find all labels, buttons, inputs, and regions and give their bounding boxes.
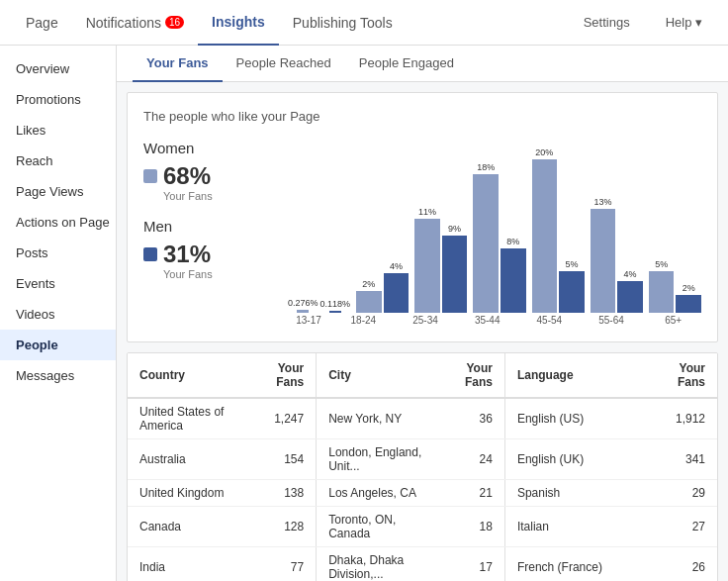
table-row: Australia 154 London, England, Unit... 2… [128,439,717,480]
chart-legend: Women 68% Your Fans Men 31% Your [143,140,272,280]
col-city-fans: Your Fans [446,353,505,398]
tab-people-engaged[interactable]: People Engaged [345,46,468,82]
age-group-18-24: 2%4% [356,261,409,313]
sidebar-item-events[interactable]: Events [0,268,116,299]
chart-subtitle: The people who like your Page [143,109,701,124]
women-bar-18-24 [356,291,382,313]
notification-badge: 16 [165,16,184,29]
main-layout: Overview Promotions Likes Reach Page Vie… [0,46,728,581]
men-bar-label-35-44: 8% [506,237,519,246]
nav-item-notifications[interactable]: Notifications 16 [72,0,198,46]
sidebar-item-likes[interactable]: Likes [0,115,116,145]
women-bar-55-64 [591,209,616,313]
sidebar-item-people[interactable]: People [0,330,116,360]
country-fans: 138 [257,480,317,507]
col-language: Language [504,353,646,398]
age-label-55-64: 55-64 [584,315,640,326]
language-fans: 27 [646,507,717,547]
men-bar-55-64 [617,281,643,313]
men-fans-label: Your Fans [163,268,272,280]
women-bar-label-65+: 5% [655,259,668,269]
data-table: Country Your Fans City Your Fans Languag… [128,353,717,581]
country-name: India [128,547,257,582]
men-label: Men [143,218,272,235]
men-bar-65+ [676,295,701,313]
men-bar-label-65+: 2% [682,283,695,293]
table-row: Canada 128 Toronto, ON, Canada 18 Italia… [128,507,717,547]
top-nav-right: Settings Help ▾ [570,0,716,46]
city-name: Los Angeles, CA [317,480,446,507]
country-name: United Kingdom [128,480,257,507]
women-fans-label: Your Fans [163,190,272,202]
age-group-65+: 5%2% [649,259,701,313]
nav-item-page[interactable]: Page [12,0,72,46]
men-bar-label-45-54: 5% [565,259,578,269]
bar-chart: 0.276%0.118%2%4%11%9%18%8%20%5%13%4%5%2%… [288,140,701,326]
age-group-13-17: 0.276%0.118% [288,298,350,313]
city-name: Toronto, ON, Canada [317,507,446,547]
language-name: Spanish [504,480,646,507]
language-name: Italian [504,507,646,547]
nav-item-help[interactable]: Help ▾ [652,0,716,46]
country-fans: 154 [257,439,317,480]
men-color-box [143,247,157,261]
women-bar-label-55-64: 13% [593,197,611,207]
women-bar-label-18-24: 2% [362,279,375,289]
nav-item-settings[interactable]: Settings [570,0,644,46]
men-pct: 31% [163,241,211,268]
age-label-13-17: 13-17 [288,315,329,326]
sidebar-item-posts[interactable]: Posts [0,238,116,268]
city-name: London, England, Unit... [317,439,446,480]
sidebar-item-page-views[interactable]: Page Views [0,176,116,207]
age-label-25-34: 25-34 [398,315,454,326]
women-pct: 68% [163,162,211,190]
men-bar-25-34 [442,236,468,313]
women-color-box [143,169,157,183]
nav-item-insights[interactable]: Insights [198,0,279,46]
col-country-fans: Your Fans [257,353,317,398]
men-bar-label-25-34: 9% [448,224,461,234]
sub-tabs: Your Fans People Reached People Engaged [117,46,728,82]
age-label-18-24: 18-24 [335,315,392,326]
women-bar-label-13-17: 0.276% [288,298,318,308]
women-bar-35-44 [473,174,499,313]
sidebar-item-overview[interactable]: Overview [0,53,116,84]
men-bar-label-13-17: 0.118% [320,299,351,309]
age-label-35-44: 35-44 [459,315,515,326]
country-name: United States of America [128,398,257,439]
age-group-35-44: 18%8% [473,162,525,313]
men-bar-label-18-24: 4% [390,261,403,271]
language-name: English (UK) [504,439,646,480]
main-content: Your Fans People Reached People Engaged … [117,46,728,581]
language-fans: 26 [646,547,717,582]
country-fans: 77 [257,547,317,582]
sidebar-item-actions-on-page[interactable]: Actions on Page [0,207,116,238]
women-bar-label-25-34: 11% [418,207,436,217]
city-fans: 18 [446,507,505,547]
tab-people-reached[interactable]: People Reached [223,46,345,82]
men-bar-18-24 [384,273,410,313]
age-label-65+: 65+ [645,315,701,326]
men-bar-45-54 [559,271,585,313]
sidebar-item-messages[interactable]: Messages [0,360,116,391]
table-row: United States of America 1,247 New York,… [128,398,717,439]
sidebar-item-videos[interactable]: Videos [0,299,116,330]
col-city: City [317,353,446,398]
country-fans: 1,247 [257,398,317,439]
age-group-55-64: 13%4% [591,197,643,313]
women-bar-label-35-44: 18% [477,162,495,172]
table-row: United Kingdom 138 Los Angeles, CA 21 Sp… [128,480,717,507]
top-nav: Page Notifications 16 Insights Publishin… [0,0,728,46]
women-bar-45-54 [532,159,558,313]
nav-item-publishing-tools[interactable]: Publishing Tools [279,0,407,46]
language-fans: 29 [646,480,717,507]
city-fans: 24 [446,439,505,480]
city-name: New York, NY [317,398,446,439]
sidebar-item-reach[interactable]: Reach [0,145,116,176]
tab-your-fans[interactable]: Your Fans [133,46,223,82]
women-label: Women [143,140,272,156]
age-group-45-54: 20%5% [532,147,585,313]
women-bar-label-45-54: 20% [535,147,553,157]
sidebar-item-promotions[interactable]: Promotions [0,84,116,115]
city-fans: 21 [446,480,505,507]
